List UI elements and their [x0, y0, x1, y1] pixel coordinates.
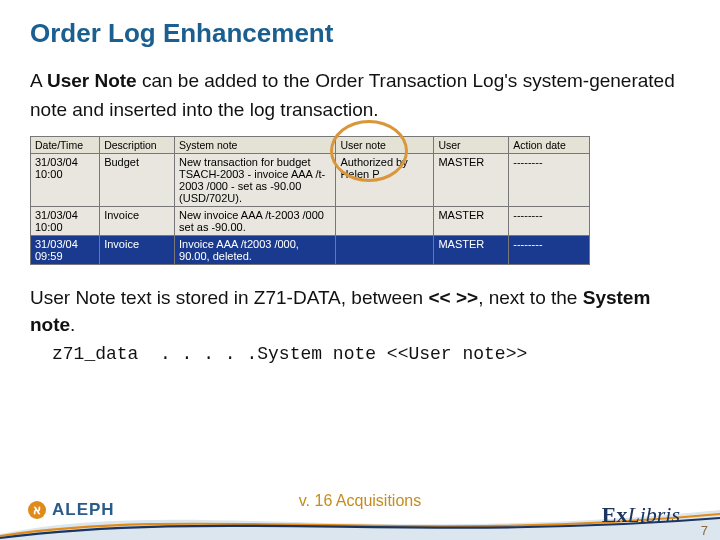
- page-number: 7: [701, 523, 708, 538]
- order-log-table: Date/TimeDescriptionSystem noteUser note…: [30, 136, 590, 265]
- table-cell: --------: [509, 236, 590, 265]
- column-header: System note: [175, 137, 336, 154]
- code-example: z71_data . . . . .System note <<User not…: [52, 344, 690, 364]
- slide-title: Order Log Enhancement: [30, 18, 690, 49]
- table-cell: Invoice AAA /t2003 /000, 90.00, deleted.: [175, 236, 336, 265]
- table-cell: Invoice: [100, 236, 175, 265]
- table-cell: New transaction for budget TSACH-2003 - …: [175, 154, 336, 207]
- table-cell: [336, 236, 434, 265]
- column-header: User note: [336, 137, 434, 154]
- table-row[interactable]: 31/03/04 09:59InvoiceInvoice AAA /t2003 …: [31, 236, 590, 265]
- aleph-logo-icon: א: [28, 501, 46, 519]
- table-cell: MASTER: [434, 207, 509, 236]
- table-cell: MASTER: [434, 154, 509, 207]
- table-cell: MASTER: [434, 236, 509, 265]
- note2-p2: , next to the: [478, 287, 583, 308]
- table-cell: 31/03/04 10:00: [31, 207, 100, 236]
- intro-bold: User Note: [47, 70, 137, 91]
- note2-p1: User Note text is stored in Z71-DATA, be…: [30, 287, 428, 308]
- storage-note: User Note text is stored in Z71-DATA, be…: [30, 285, 690, 338]
- exlibris-rest: Libris: [627, 502, 680, 527]
- note2-bold1: << >>: [428, 287, 478, 308]
- log-table-container: Date/TimeDescriptionSystem noteUser note…: [30, 136, 590, 265]
- table-row[interactable]: 31/03/04 10:00InvoiceNew invoice AAA /t-…: [31, 207, 590, 236]
- column-header: Description: [100, 137, 175, 154]
- column-header: Date/Time: [31, 137, 100, 154]
- aleph-logo-text: ALEPH: [52, 500, 115, 520]
- table-row[interactable]: 31/03/04 10:00BudgetNew transaction for …: [31, 154, 590, 207]
- footer: v. 16 Acquisitions א ALEPH ExLibris 7: [0, 482, 720, 540]
- table-cell: --------: [509, 207, 590, 236]
- exlibris-ex: Ex: [602, 502, 628, 527]
- column-header: User: [434, 137, 509, 154]
- note2-p3: .: [70, 314, 75, 335]
- table-cell: --------: [509, 154, 590, 207]
- table-cell: Authorized by Helen P: [336, 154, 434, 207]
- intro-part1: A: [30, 70, 47, 91]
- table-cell: 31/03/04 10:00: [31, 154, 100, 207]
- table-cell: [336, 207, 434, 236]
- table-cell: Budget: [100, 154, 175, 207]
- column-header: Action date: [509, 137, 590, 154]
- table-cell: Invoice: [100, 207, 175, 236]
- table-cell: 31/03/04 09:59: [31, 236, 100, 265]
- exlibris-logo: ExLibris: [602, 502, 680, 528]
- table-cell: New invoice AAA /t-2003 /000 set as -90.…: [175, 207, 336, 236]
- aleph-logo: א ALEPH: [28, 500, 115, 520]
- intro-text: A User Note can be added to the Order Tr…: [30, 67, 690, 124]
